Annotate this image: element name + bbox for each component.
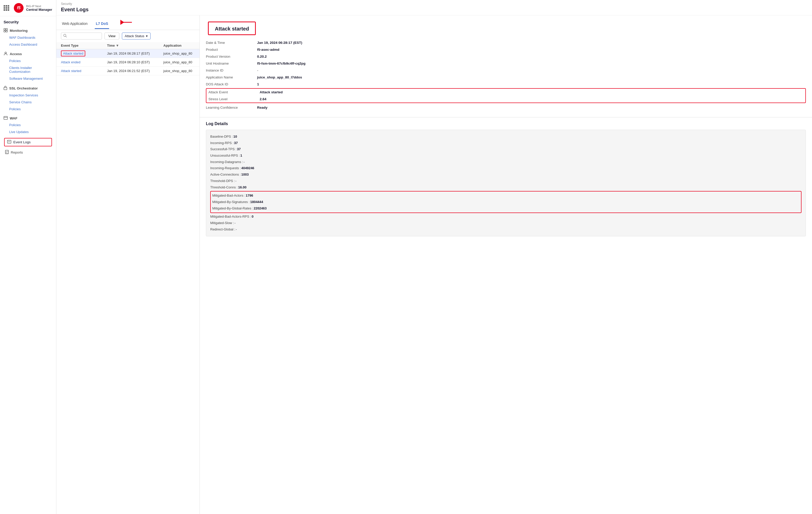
waf-icon [4, 116, 8, 120]
sidebar-item-event-logs[interactable]: Event Logs [4, 138, 52, 146]
event-logs-icon [7, 140, 11, 144]
field-label: Attack Event [208, 90, 260, 94]
log-item-threshold-dps: Threshold-DPS : - [210, 178, 802, 184]
log-item-incoming-requests: Incoming-Requests : 4049246 [210, 165, 802, 171]
sidebar-header: f5 BIG-IP Next Central Manager [0, 0, 56, 16]
time-cell: Jan 19, 2024 06:21:52 (EST) [107, 69, 163, 73]
field-label: Stress Level [208, 97, 260, 101]
field-unit-hostname: Unit Hostname f5-fsm-tmm-67cfb9c4ff-cq2p… [206, 60, 806, 67]
detail-header-wrapper: Attack started [200, 16, 812, 35]
sidebar-item-access-dashboard[interactable]: Access Dashboard [0, 41, 56, 48]
content-area: Web Application L7 DoS View [56, 16, 812, 514]
logo-text: BIG-IP Next Central Manager [26, 5, 52, 11]
sidebar-item-reports[interactable]: Reports [0, 148, 56, 157]
monitoring-icon [4, 28, 8, 33]
sidebar-item-live-updates[interactable]: Live Updates [0, 129, 56, 135]
reports-icon [5, 150, 9, 155]
svg-rect-0 [4, 28, 5, 30]
col-header-event-type: Event Type [61, 44, 107, 48]
svg-rect-5 [4, 87, 7, 90]
field-label: Date & Time [206, 41, 257, 45]
sidebar-item-ssl-orchestrator[interactable]: SSL Orchestrator [0, 83, 56, 92]
field-value: Attack started [260, 90, 283, 94]
f5-logo: f5 [14, 3, 24, 13]
sidebar-section-title: Security [0, 16, 56, 26]
svg-rect-6 [4, 116, 7, 119]
log-item-unsuccessful-rps: Unsuccessful-RPS : 1 [210, 153, 802, 159]
access-icon [4, 52, 8, 56]
log-item-baseline-dps: Baseline-DPS : 10 [210, 134, 802, 140]
table-header: Event Type Time ▼ Application [56, 42, 200, 49]
time-cell: Jan 19, 2024 06:28:10 (EST) [107, 60, 163, 64]
log-item-incoming-datagrams: Incoming-Datagrams : - [210, 159, 802, 165]
sidebar-item-service-chains[interactable]: Service Chains [0, 99, 56, 106]
sort-icon: ▼ [116, 44, 119, 48]
tabs-row: Web Application L7 DoS [56, 16, 200, 30]
svg-rect-2 [4, 30, 5, 32]
reports-label: Reports [11, 151, 23, 154]
log-item-redirect-global: Redirect-Global : - [210, 226, 802, 233]
ssl-label: SSL Orchestrator [9, 86, 38, 90]
log-item-active-connections: Active-Connections : 1003 [210, 171, 802, 178]
attack-status-label: Attack Status [125, 34, 144, 38]
monitoring-label: Monitoring [10, 29, 28, 32]
view-button[interactable]: View [105, 32, 119, 39]
field-value: Ready [257, 106, 268, 109]
attack-status-dropdown[interactable]: Attack Status ▾ [122, 32, 151, 39]
svg-rect-11 [5, 150, 8, 154]
field-label: Product [206, 48, 257, 52]
event-link-attack-started-2[interactable]: Attack started [61, 69, 81, 73]
tab-web-application[interactable]: Web Application [61, 20, 89, 29]
highlighted-fields-box: Attack Event Attack started Stress Level… [206, 88, 806, 103]
table-row[interactable]: Attack ended Jan 19, 2024 06:28:10 (EST)… [56, 58, 200, 66]
field-date-time: Date & Time Jan 19, 2024 06:28:17 (EST) [206, 39, 806, 46]
log-item-mitigated-slow: Mitigated-Slow : - [210, 220, 802, 226]
field-attack-event: Attack Event Attack started [206, 89, 805, 96]
sidebar-item-software-mgmt[interactable]: Software Management [0, 75, 56, 82]
svg-rect-8 [7, 140, 11, 143]
sidebar-item-waf[interactable]: WAF [0, 114, 56, 121]
filter-row: View Attack Status ▾ [56, 30, 200, 42]
svg-point-4 [5, 52, 6, 54]
event-type-cell: Attack ended [61, 60, 107, 64]
grid-icon [4, 5, 9, 11]
application-cell: juice_shop_app_80 [163, 60, 195, 64]
tab-l7-dos[interactable]: L7 DoS [95, 20, 109, 29]
log-item-mitigated-bad-actors-rps: Mitigated-Bad-Actors-RPS : 0 [210, 214, 802, 220]
field-label: DOS Attack ID [206, 82, 257, 86]
detail-fields: Date & Time Jan 19, 2024 06:28:17 (EST) … [200, 35, 812, 115]
field-label: Unit Hostname [206, 61, 257, 65]
field-application-name: Application Name juice_shop_app_80_l7ddo… [206, 74, 806, 81]
highlighted-log-items: Mitigated-Bad-Actors : 1796 Mitigated-By… [210, 191, 802, 213]
section-divider [200, 117, 812, 117]
brand-top: BIG-IP Next [26, 5, 52, 8]
sidebar-item-policies-waf[interactable]: Policies [0, 121, 56, 129]
field-label: Learning Confidence [206, 106, 257, 109]
sidebar-item-event-logs-wrapper: Event Logs [2, 137, 54, 147]
event-link-attack-started-1[interactable]: Attack started [61, 51, 85, 56]
event-logs-label: Event Logs [13, 140, 31, 144]
log-item-successful-tps: Successfull-TPS : 37 [210, 146, 802, 153]
search-box[interactable] [61, 32, 102, 39]
log-details-title: Log Details [200, 119, 812, 128]
search-input[interactable] [68, 34, 99, 38]
sidebar-item-policies-ssl[interactable]: Policies [0, 106, 56, 112]
sidebar-item-policies-access[interactable]: Policies [0, 57, 56, 64]
event-type-cell: Attack started [61, 69, 107, 73]
sidebar-item-clients-installer[interactable]: Clients Installer Customization [0, 64, 56, 75]
event-link-attack-ended[interactable]: Attack ended [61, 60, 80, 64]
event-logs-panel: Web Application L7 DoS View [56, 16, 200, 514]
sidebar-item-monitoring[interactable]: Monitoring [0, 26, 56, 34]
sidebar-item-inspection-services[interactable]: Inspection Services [0, 92, 56, 99]
field-label: Application Name [206, 75, 257, 79]
field-product: Product f5-asec-admd [206, 46, 806, 53]
ssl-icon [4, 86, 7, 91]
arrow-indicator [118, 19, 133, 28]
table-row[interactable]: Attack started Jan 19, 2024 06:28:17 (ES… [56, 49, 200, 58]
table-row[interactable]: Attack started Jan 19, 2024 06:21:52 (ES… [56, 66, 200, 75]
sidebar-item-access[interactable]: Access [0, 49, 56, 57]
col-header-time[interactable]: Time ▼ [107, 44, 163, 48]
log-item-mitigated-by-signatures: Mitigated-By-Signatures : 1804444 [212, 199, 800, 205]
sidebar-item-waf-dashboards[interactable]: WAF Dashboards [0, 34, 56, 41]
field-product-version: Product Version 0.20.2 [206, 53, 806, 60]
